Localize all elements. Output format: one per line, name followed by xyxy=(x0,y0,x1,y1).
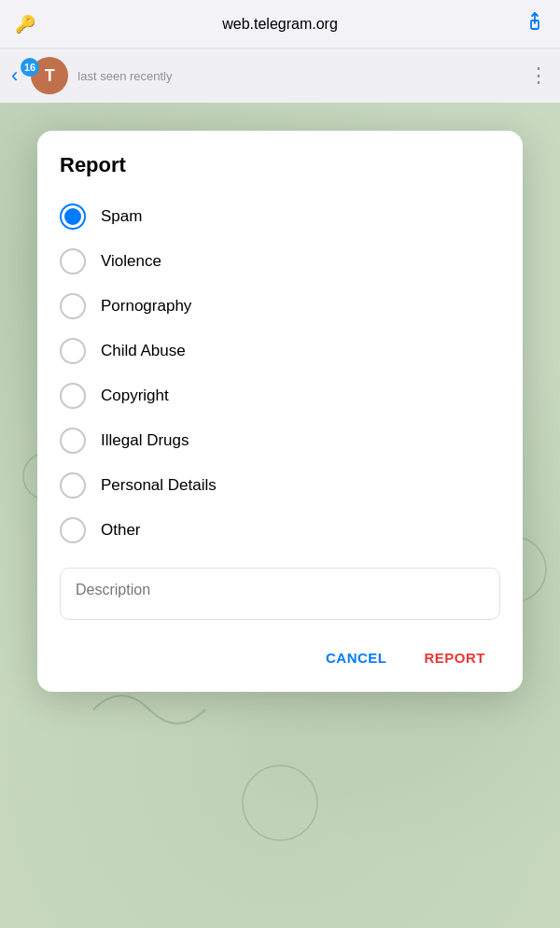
modal-title: Report xyxy=(60,153,500,177)
radio-option-other[interactable]: Other xyxy=(60,508,500,553)
back-button[interactable]: 16 ‹ xyxy=(11,63,21,88)
radio-label-violence: Violence xyxy=(101,252,161,271)
radio-circle-personal-details xyxy=(60,472,86,499)
more-options-icon[interactable]: ⋮ xyxy=(528,63,549,88)
radio-label-illegal-drugs: Illegal Drugs xyxy=(101,431,189,450)
radio-label-copyright: Copyright xyxy=(101,387,169,405)
radio-circle-pornography xyxy=(60,293,86,319)
radio-option-copyright[interactable]: Copyright xyxy=(60,373,500,418)
description-input[interactable] xyxy=(60,568,500,620)
report-button[interactable]: REPORT xyxy=(409,642,500,673)
dialog-actions: CANCEL REPORT xyxy=(60,642,500,673)
dialog-overlay: Report SpamViolencePornographyChild Abus… xyxy=(0,103,560,928)
lock-icon: 🔑 xyxy=(15,14,35,35)
radio-option-child-abuse[interactable]: Child Abuse xyxy=(60,329,500,373)
radio-circle-illegal-drugs xyxy=(60,428,86,454)
radio-circle-child-abuse xyxy=(60,338,86,364)
radio-option-violence[interactable]: Violence xyxy=(60,239,500,284)
cancel-button[interactable]: CANCEL xyxy=(311,642,402,673)
radio-option-personal-details[interactable]: Personal Details xyxy=(60,463,500,508)
radio-label-personal-details: Personal Details xyxy=(101,476,217,495)
radio-label-spam: Spam xyxy=(101,207,142,226)
radio-option-pornography[interactable]: Pornography xyxy=(60,284,500,329)
radio-option-illegal-drugs[interactable]: Illegal Drugs xyxy=(60,418,500,463)
telegram-header: 16 ‹ T last seen recently ⋮ xyxy=(0,49,560,103)
radio-label-other: Other xyxy=(101,521,141,540)
report-modal: Report SpamViolencePornographyChild Abus… xyxy=(37,131,523,692)
radio-circle-copyright xyxy=(60,383,86,409)
radio-circle-violence xyxy=(60,248,86,274)
radio-label-pornography: Pornography xyxy=(101,297,191,316)
report-options: SpamViolencePornographyChild AbuseCopyri… xyxy=(60,194,500,553)
contact-info: last seen recently xyxy=(77,69,528,83)
radio-circle-spam xyxy=(60,204,86,230)
radio-circle-other xyxy=(60,517,86,543)
share-icon[interactable] xyxy=(525,11,545,36)
notification-badge: 16 xyxy=(21,58,39,77)
radio-label-child-abuse: Child Abuse xyxy=(101,342,186,360)
back-arrow-icon: ‹ xyxy=(11,63,18,88)
radio-option-spam[interactable]: Spam xyxy=(60,194,500,239)
browser-url: web.telegram.org xyxy=(35,16,525,33)
browser-bar: 🔑 web.telegram.org xyxy=(0,0,560,49)
contact-status: last seen recently xyxy=(77,69,528,83)
